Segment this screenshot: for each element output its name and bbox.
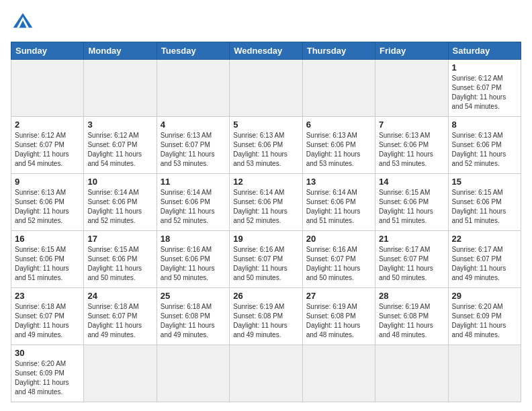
day-cell-22: 22Sunrise: 6:17 AMSunset: 6:07 PMDayligh… — [448, 231, 521, 288]
day-number: 16 — [15, 234, 80, 244]
col-header-tuesday: Tuesday — [157, 42, 229, 60]
day-info: Sunrise: 6:13 AMSunset: 6:07 PMDaylight:… — [161, 131, 226, 169]
day-number: 8 — [452, 120, 517, 130]
day-cell-4: 4Sunrise: 6:13 AMSunset: 6:07 PMDaylight… — [157, 117, 229, 174]
day-number: 28 — [379, 291, 444, 301]
day-number: 27 — [306, 291, 371, 301]
day-info: Sunrise: 6:13 AMSunset: 6:06 PMDaylight:… — [379, 131, 444, 169]
day-number: 13 — [306, 177, 371, 187]
day-cell-27: 27Sunrise: 6:19 AMSunset: 6:08 PMDayligh… — [302, 288, 375, 345]
col-header-wednesday: Wednesday — [230, 42, 302, 60]
day-number: 5 — [233, 120, 298, 130]
calendar-header-row: SundayMondayTuesdayWednesdayThursdayFrid… — [11, 42, 521, 60]
day-cell-16: 16Sunrise: 6:15 AMSunset: 6:06 PMDayligh… — [11, 231, 84, 288]
day-cell-26: 26Sunrise: 6:19 AMSunset: 6:08 PMDayligh… — [230, 288, 302, 345]
day-info: Sunrise: 6:16 AMSunset: 6:07 PMDaylight:… — [233, 245, 298, 283]
empty-cell — [375, 345, 448, 402]
day-info: Sunrise: 6:12 AMSunset: 6:07 PMDaylight:… — [15, 131, 80, 169]
day-cell-17: 17Sunrise: 6:15 AMSunset: 6:06 PMDayligh… — [84, 231, 157, 288]
col-header-thursday: Thursday — [302, 42, 375, 60]
day-cell-20: 20Sunrise: 6:16 AMSunset: 6:07 PMDayligh… — [302, 231, 375, 288]
day-info: Sunrise: 6:15 AMSunset: 6:06 PMDaylight:… — [87, 245, 152, 283]
day-info: Sunrise: 6:17 AMSunset: 6:07 PMDaylight:… — [452, 245, 517, 283]
day-number: 10 — [87, 177, 152, 187]
day-cell-15: 15Sunrise: 6:15 AMSunset: 6:06 PMDayligh… — [448, 174, 521, 231]
calendar-table: SundayMondayTuesdayWednesdayThursdayFrid… — [11, 42, 521, 402]
day-number: 23 — [15, 291, 80, 301]
calendar-week-1: 2Sunrise: 6:12 AMSunset: 6:07 PMDaylight… — [11, 117, 521, 174]
empty-cell — [11, 60, 84, 117]
day-info: Sunrise: 6:18 AMSunset: 6:07 PMDaylight:… — [15, 302, 80, 340]
col-header-monday: Monday — [84, 42, 157, 60]
day-number: 18 — [161, 234, 226, 244]
empty-cell — [84, 60, 157, 117]
day-number: 11 — [161, 177, 226, 187]
day-info: Sunrise: 6:15 AMSunset: 6:06 PMDaylight:… — [379, 188, 444, 226]
day-cell-19: 19Sunrise: 6:16 AMSunset: 6:07 PMDayligh… — [230, 231, 302, 288]
day-cell-29: 29Sunrise: 6:20 AMSunset: 6:09 PMDayligh… — [448, 288, 521, 345]
day-info: Sunrise: 6:19 AMSunset: 6:08 PMDaylight:… — [379, 302, 444, 340]
day-info: Sunrise: 6:13 AMSunset: 6:06 PMDaylight:… — [452, 131, 517, 169]
col-header-friday: Friday — [375, 42, 448, 60]
day-number: 12 — [233, 177, 298, 187]
calendar-body: 1Sunrise: 6:12 AMSunset: 6:07 PMDaylight… — [11, 60, 521, 402]
day-cell-14: 14Sunrise: 6:15 AMSunset: 6:06 PMDayligh… — [375, 174, 448, 231]
day-info: Sunrise: 6:15 AMSunset: 6:06 PMDaylight:… — [452, 188, 517, 226]
day-cell-18: 18Sunrise: 6:16 AMSunset: 6:06 PMDayligh… — [157, 231, 229, 288]
day-number: 7 — [379, 120, 444, 130]
day-cell-23: 23Sunrise: 6:18 AMSunset: 6:07 PMDayligh… — [11, 288, 84, 345]
day-number: 1 — [452, 62, 517, 73]
day-info: Sunrise: 6:17 AMSunset: 6:07 PMDaylight:… — [379, 245, 444, 283]
day-cell-2: 2Sunrise: 6:12 AMSunset: 6:07 PMDaylight… — [11, 117, 84, 174]
col-header-saturday: Saturday — [448, 42, 521, 60]
day-info: Sunrise: 6:14 AMSunset: 6:06 PMDaylight:… — [233, 188, 298, 226]
day-number: 17 — [87, 234, 152, 244]
day-info: Sunrise: 6:16 AMSunset: 6:07 PMDaylight:… — [306, 245, 371, 283]
day-number: 6 — [306, 120, 371, 130]
day-cell-6: 6Sunrise: 6:13 AMSunset: 6:06 PMDaylight… — [302, 117, 375, 174]
logo-icon — [11, 11, 35, 35]
day-info: Sunrise: 6:19 AMSunset: 6:08 PMDaylight:… — [233, 302, 298, 340]
day-info: Sunrise: 6:13 AMSunset: 6:06 PMDaylight:… — [15, 188, 80, 226]
calendar-week-5: 30Sunrise: 6:20 AMSunset: 6:09 PMDayligh… — [11, 345, 521, 402]
day-number: 20 — [306, 234, 371, 244]
day-number: 2 — [15, 120, 80, 130]
day-cell-13: 13Sunrise: 6:14 AMSunset: 6:06 PMDayligh… — [302, 174, 375, 231]
day-info: Sunrise: 6:20 AMSunset: 6:09 PMDaylight:… — [15, 359, 80, 397]
day-number: 4 — [161, 120, 226, 130]
empty-cell — [302, 345, 375, 402]
day-number: 9 — [15, 177, 80, 187]
day-number: 15 — [452, 177, 517, 187]
day-cell-10: 10Sunrise: 6:14 AMSunset: 6:06 PMDayligh… — [84, 174, 157, 231]
calendar-week-2: 9Sunrise: 6:13 AMSunset: 6:06 PMDaylight… — [11, 174, 521, 231]
day-number: 29 — [452, 291, 517, 301]
day-number: 19 — [233, 234, 298, 244]
empty-cell — [375, 60, 448, 117]
calendar-week-3: 16Sunrise: 6:15 AMSunset: 6:06 PMDayligh… — [11, 231, 521, 288]
day-info: Sunrise: 6:16 AMSunset: 6:06 PMDaylight:… — [161, 245, 226, 283]
day-info: Sunrise: 6:13 AMSunset: 6:06 PMDaylight:… — [233, 131, 298, 169]
day-info: Sunrise: 6:15 AMSunset: 6:06 PMDaylight:… — [15, 245, 80, 283]
day-info: Sunrise: 6:14 AMSunset: 6:06 PMDaylight:… — [306, 188, 371, 226]
col-header-sunday: Sunday — [11, 42, 84, 60]
day-cell-8: 8Sunrise: 6:13 AMSunset: 6:06 PMDaylight… — [448, 117, 521, 174]
day-cell-12: 12Sunrise: 6:14 AMSunset: 6:06 PMDayligh… — [230, 174, 302, 231]
day-info: Sunrise: 6:18 AMSunset: 6:08 PMDaylight:… — [161, 302, 226, 340]
day-number: 24 — [87, 291, 152, 301]
day-cell-21: 21Sunrise: 6:17 AMSunset: 6:07 PMDayligh… — [375, 231, 448, 288]
day-info: Sunrise: 6:14 AMSunset: 6:06 PMDaylight:… — [87, 188, 152, 226]
day-cell-7: 7Sunrise: 6:13 AMSunset: 6:06 PMDaylight… — [375, 117, 448, 174]
day-number: 30 — [15, 348, 80, 358]
empty-cell — [302, 60, 375, 117]
day-info: Sunrise: 6:13 AMSunset: 6:06 PMDaylight:… — [306, 131, 371, 169]
day-cell-25: 25Sunrise: 6:18 AMSunset: 6:08 PMDayligh… — [157, 288, 229, 345]
day-cell-30: 30Sunrise: 6:20 AMSunset: 6:09 PMDayligh… — [11, 345, 84, 402]
day-info: Sunrise: 6:18 AMSunset: 6:07 PMDaylight:… — [87, 302, 152, 340]
day-cell-5: 5Sunrise: 6:13 AMSunset: 6:06 PMDaylight… — [230, 117, 302, 174]
day-number: 14 — [379, 177, 444, 187]
empty-cell — [230, 345, 302, 402]
day-number: 21 — [379, 234, 444, 244]
day-number: 22 — [452, 234, 517, 244]
day-info: Sunrise: 6:12 AMSunset: 6:07 PMDaylight:… — [87, 131, 152, 169]
empty-cell — [84, 345, 157, 402]
